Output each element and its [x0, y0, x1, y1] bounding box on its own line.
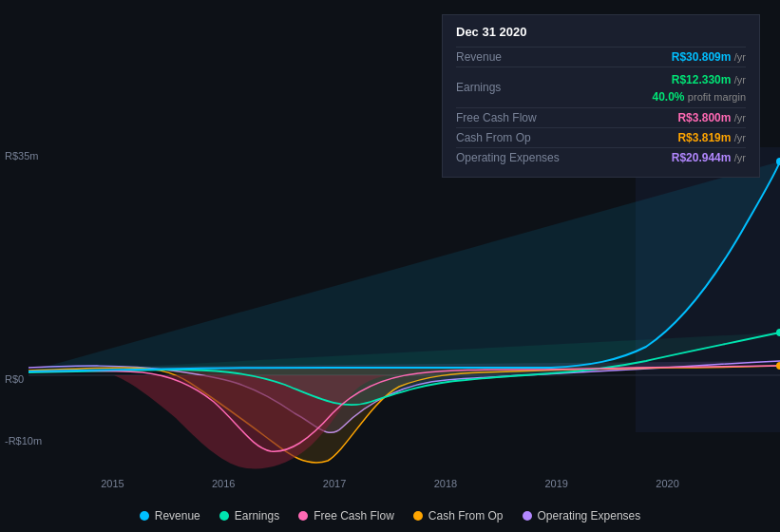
- tooltip-value-revenue: R$30.809m /yr: [672, 50, 746, 64]
- legend-label-opex: Operating Expenses: [538, 509, 641, 522]
- tooltip-label-earnings: Earnings: [456, 81, 501, 94]
- x-label-2019: 2019: [544, 478, 567, 489]
- legend-item-earnings[interactable]: Earnings: [219, 509, 279, 522]
- tooltip-title: Dec 31 2020: [456, 25, 746, 39]
- x-label-2020: 2020: [656, 478, 678, 489]
- x-label-2018: 2018: [434, 478, 457, 489]
- tooltip-profit-margin: 40.0% profit margin: [653, 90, 747, 104]
- tooltip-value-fcf: R$3.800m /yr: [677, 111, 746, 124]
- tooltip-row-earnings: Earnings R$12.330m /yr 40.0% profit marg…: [456, 66, 746, 107]
- tooltip-row-fcf: Free Cash Flow R$3.800m /yr: [456, 107, 746, 127]
- legend-item-revenue[interactable]: Revenue: [140, 509, 200, 522]
- legend-label-fcf: Free Cash Flow: [314, 509, 394, 522]
- tooltip-row-opex: Operating Expenses R$20.944m /yr: [456, 147, 746, 167]
- tooltip-label-cashop: Cash From Op: [456, 131, 531, 144]
- tooltip-label-revenue: Revenue: [456, 50, 502, 64]
- x-label-2017: 2017: [323, 478, 346, 489]
- legend-item-cashop[interactable]: Cash From Op: [413, 509, 504, 522]
- legend-dot-earnings: [219, 511, 229, 521]
- tooltip-label-opex: Operating Expenses: [456, 151, 560, 164]
- legend-item-fcf[interactable]: Free Cash Flow: [298, 509, 394, 522]
- legend-dot-cashop: [413, 511, 423, 521]
- tooltip-value-opex: R$20.944m /yr: [672, 151, 746, 164]
- tooltip-box: Dec 31 2020 Revenue R$30.809m /yr Earnin…: [442, 14, 760, 178]
- legend-label-revenue: Revenue: [155, 509, 200, 522]
- legend-item-opex[interactable]: Operating Expenses: [523, 509, 641, 522]
- tooltip-value-earnings: R$12.330m /yr: [672, 73, 746, 86]
- legend-dot-revenue: [140, 511, 149, 521]
- tooltip-label-fcf: Free Cash Flow: [456, 111, 537, 124]
- tooltip-row-revenue: Revenue R$30.809m /yr: [456, 47, 746, 66]
- tooltip-value-cashop: R$3.819m /yr: [677, 131, 746, 144]
- legend: Revenue Earnings Free Cash Flow Cash Fro…: [0, 509, 780, 522]
- legend-dot-fcf: [298, 511, 308, 521]
- chart-svg: [0, 147, 780, 470]
- legend-label-cashop: Cash From Op: [428, 509, 504, 522]
- legend-label-earnings: Earnings: [235, 509, 279, 522]
- x-label-2015: 2015: [101, 478, 124, 489]
- tooltip-row-cashop: Cash From Op R$3.819m /yr: [456, 127, 746, 147]
- x-label-2016: 2016: [212, 478, 235, 489]
- x-axis: 2015 2016 2017 2018 2019 2020: [0, 478, 780, 489]
- legend-dot-opex: [523, 511, 532, 521]
